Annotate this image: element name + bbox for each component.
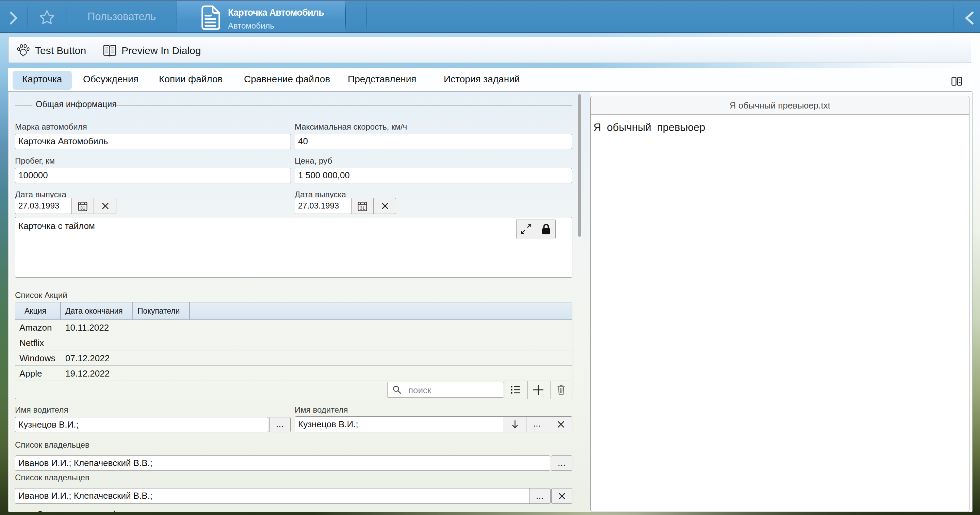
svg-text:31: 31 (80, 205, 85, 211)
svg-text:31: 31 (360, 205, 365, 211)
